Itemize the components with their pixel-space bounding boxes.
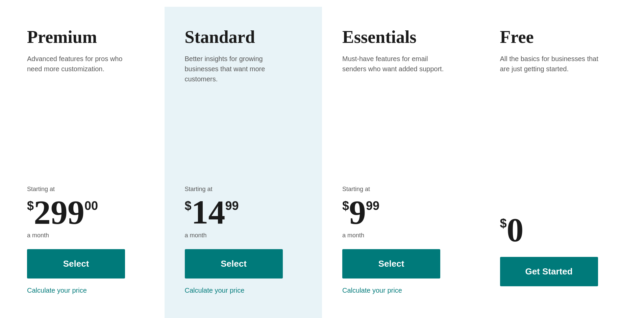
price-cents-essentials: 99 (366, 199, 379, 213)
plan-description-premium: Advanced features for pros who need more… (27, 54, 135, 74)
calculate-link-premium[interactable]: Calculate your price (27, 287, 87, 294)
price-main-standard: 14 (192, 195, 225, 229)
starting-at-essentials: Starting at (342, 186, 463, 193)
plan-description-standard: Better insights for growing businesses t… (185, 54, 293, 84)
plan-description-essentials: Must-have features for email senders who… (342, 54, 450, 74)
plan-name-essentials: Essentials (342, 27, 463, 47)
price-display-standard: $ 14 99 (185, 195, 305, 229)
price-main-free: 0 (507, 213, 524, 247)
price-display-free: $ 0 (500, 213, 621, 247)
price-period-premium: a month (27, 232, 148, 239)
price-display-premium: $ 299 00 (27, 195, 148, 229)
pricing-section-premium: Starting at $ 299 00 a month Select Calc… (27, 186, 148, 294)
price-main-premium: 299 (34, 195, 84, 229)
price-cents-standard: 99 (225, 199, 239, 213)
price-period-standard: a month (185, 232, 305, 239)
price-dollar-premium: $ (27, 199, 34, 213)
calculate-link-essentials[interactable]: Calculate your price (342, 287, 402, 294)
plan-name-free: Free (500, 27, 621, 47)
price-dollar-standard: $ (185, 199, 192, 213)
price-dollar-essentials: $ (342, 199, 349, 213)
price-cents-premium: 00 (84, 199, 98, 213)
get-started-button-free[interactable]: Get Started (500, 257, 598, 286)
pricing-container: Premium Advanced features for pros who n… (7, 7, 637, 318)
price-dollar-free: $ (500, 216, 507, 231)
plan-card-essentials: Essentials Must-have features for email … (322, 7, 480, 318)
pricing-section-standard: Starting at $ 14 99 a month Select Calcu… (185, 186, 305, 294)
select-button-essentials[interactable]: Select (342, 249, 440, 279)
plan-description-free: All the basics for businesses that are j… (500, 54, 608, 74)
plan-card-premium: Premium Advanced features for pros who n… (7, 7, 165, 318)
select-button-premium[interactable]: Select (27, 249, 125, 279)
pricing-section-essentials: Starting at $ 9 99 a month Select Calcul… (342, 186, 463, 294)
plan-name-premium: Premium (27, 27, 148, 47)
starting-at-premium: Starting at (27, 186, 148, 193)
select-button-standard[interactable]: Select (185, 249, 283, 279)
plan-card-free: Free All the basics for businesses that … (480, 7, 638, 318)
plan-card-standard: Standard Better insights for growing bus… (165, 7, 322, 318)
price-main-essentials: 9 (349, 195, 366, 229)
price-display-essentials: $ 9 99 (342, 195, 463, 229)
starting-at-standard: Starting at (185, 186, 305, 193)
calculate-link-standard[interactable]: Calculate your price (185, 287, 245, 294)
plan-name-standard: Standard (185, 27, 305, 47)
pricing-section-free: $ 0 Get Started (500, 210, 621, 294)
price-period-essentials: a month (342, 232, 463, 239)
